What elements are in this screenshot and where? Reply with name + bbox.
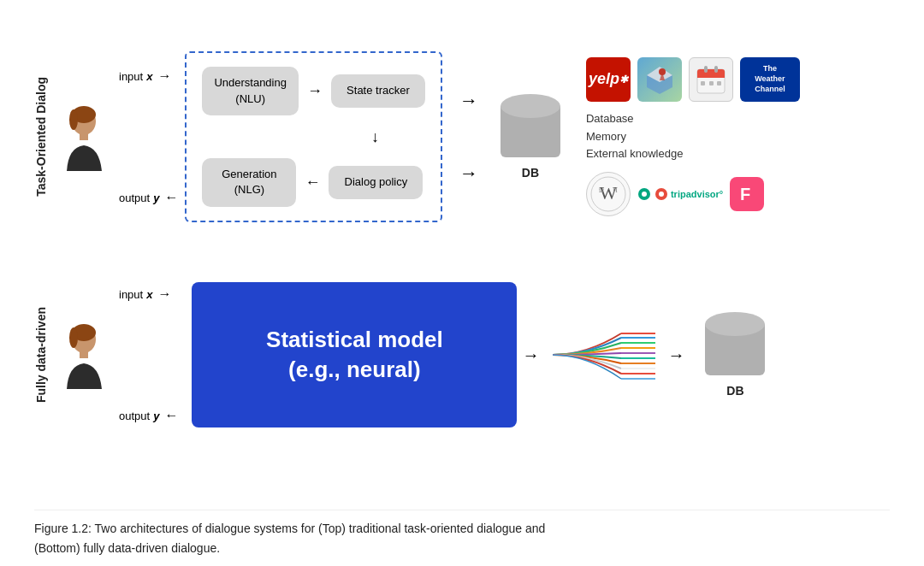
tripadvisor-text: tripadvisor° [671,189,723,199]
caption-line-1: Figure 1.2: Two architectures of dialogu… [34,519,890,538]
arrow-nlu-state: → [307,82,323,100]
calendar-logo [689,57,733,102]
arrow-blue-to-cables: → [522,345,539,365]
caption: Figure 1.2: Two architectures of dialogu… [34,510,890,557]
yelp-logo: yelp✱ [586,57,631,102]
logos-row-2: W Ω H tripadvisor° [586,172,800,216]
arrow-nlg-policy: ← [305,174,320,192]
cable-bundle [553,329,655,380]
logos-row-1: yelp✱ [586,57,800,102]
db-top-ellipse [500,94,560,118]
svg-text:F: F [740,185,750,203]
nlu-box: Understanding(NLU) [202,67,299,115]
input-text-top: input [119,70,143,83]
db-shape-top [500,94,560,162]
page: Task-Oriented Dialog input [0,0,924,566]
statistical-model-line1: Statistical model [266,325,443,355]
statistical-model-box: Statistical model (e.g., neural) [192,282,517,427]
input-label-bottom: input x → [119,286,180,302]
input-var-top: x [146,70,152,83]
weather-logo: The Weather Channel [740,57,800,102]
svg-point-2 [69,109,78,130]
caption-line-2: (Bottom) fully data-driven dialogue. [34,539,890,557]
input-text-bottom: input [119,288,143,301]
weather-text: The Weather Channel [755,64,785,94]
svg-rect-16 [717,81,721,85]
nlg-box: Generation(NLG) [202,158,296,206]
arrow-right-top: → [157,68,171,84]
io-labels-bottom: input x → output y ← [119,286,180,423]
fully-datadriven-label: Fully data-driven [34,307,48,403]
db-top: DB [500,94,560,180]
task-oriented-label: Task-Oriented Dialog [34,77,48,197]
svg-rect-13 [714,66,718,73]
state-tracker-box: State tracker [331,74,425,107]
knowledge-line-3: External knowledge [586,145,800,163]
svg-point-24 [659,192,664,197]
avatar-bottom [56,321,112,389]
svg-point-23 [642,192,647,197]
db-arrows: → → [459,64,478,209]
output-var-top: y [153,192,159,204]
foursquare-logo: F [730,177,764,211]
avatar-top [56,103,112,171]
svg-rect-3 [80,132,88,140]
dashed-box: Understanding(NLU) → State tracker ↓ Gen… [185,51,442,222]
svg-text:Ω: Ω [599,186,604,194]
output-var-bottom: y [153,410,159,422]
arrow-cables-to-db: → [667,345,684,365]
dialog-policy-box: Dialog policy [329,166,423,198]
knowledge-text: Database Memory External knowledge [586,110,800,163]
db-top-ellipse-bottom [705,312,765,336]
maps-logo [637,57,682,102]
down-arrow: ↓ [371,128,379,146]
output-label-bottom: output y ← [119,408,180,423]
input-var-bottom: x [146,288,152,301]
svg-rect-11 [697,74,725,78]
statistical-model-line2: (e.g., neural) [288,355,421,385]
knowledge-section: yelp✱ [586,57,800,216]
svg-rect-14 [701,81,705,85]
svg-text:H: H [613,186,618,194]
arrow-right-bottom: → [157,286,171,302]
output-text-bottom: output [119,410,150,422]
svg-point-28 [69,327,78,348]
arrow-left-top: ← [164,190,178,205]
diagrams: Task-Oriented Dialog input [34,17,890,504]
svg-rect-12 [704,66,708,73]
arrow-left-bottom: ← [164,408,178,423]
io-labels-top: input x → output y ← [119,68,180,205]
tripadvisor-logo: tripadvisor° [637,184,723,204]
task-oriented-row: Task-Oriented Dialog input [34,17,890,256]
db-label-top: DB [522,166,539,180]
arrow-to-db-top: → [459,90,478,112]
arrow-to-db-bottom: → [459,162,478,185]
db-bottom: DB [705,312,765,398]
output-label-top: output y ← [119,190,180,205]
wikipedia-logo: W Ω H [586,172,631,216]
svg-rect-29 [80,350,88,358]
svg-rect-15 [709,81,714,85]
knowledge-line-2: Memory [586,128,800,146]
knowledge-line-1: Database [586,110,800,128]
db-label-bottom: DB [726,384,743,398]
output-text-top: output [119,192,150,204]
fully-datadriven-row: Fully data-driven input x → [34,256,890,453]
db-shape-bottom [705,312,765,380]
input-label-top: input x → [119,68,180,84]
